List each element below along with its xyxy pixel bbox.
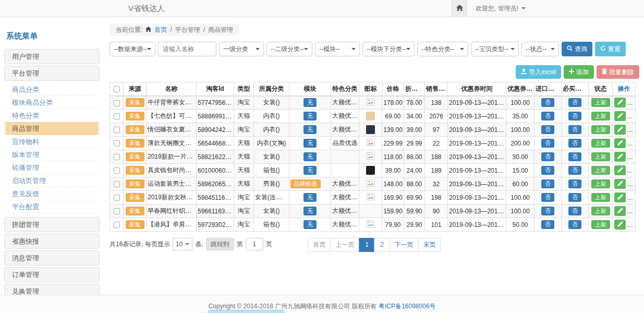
home-button[interactable] — [452, 0, 467, 17]
sidebar-group-16[interactable]: 兑换管理 — [4, 284, 100, 295]
module-select[interactable]: --模块-- — [315, 42, 360, 56]
page-button-2[interactable]: 2 — [374, 238, 390, 252]
must-buy-badge[interactable]: 否 — [568, 125, 581, 134]
status-badge[interactable]: 上架 — [591, 139, 610, 148]
status-badge[interactable]: 上架 — [591, 112, 610, 121]
import-select-badge[interactable]: 否 — [541, 179, 554, 188]
edit-button[interactable] — [614, 111, 626, 121]
import-select-badge[interactable]: 否 — [541, 125, 554, 134]
name-search-input[interactable] — [158, 42, 216, 56]
row-checkbox[interactable] — [114, 154, 120, 160]
must-buy-badge[interactable]: 否 — [568, 193, 581, 202]
page-button-1[interactable]: 1 — [359, 238, 375, 252]
import-select-badge[interactable]: 否 — [541, 98, 554, 107]
add-button[interactable]: 添加 — [564, 65, 594, 79]
import-select-badge[interactable]: 否 — [541, 166, 554, 175]
status-badge[interactable]: 上架 — [591, 220, 610, 229]
edit-button[interactable] — [614, 138, 626, 148]
sidebar-group-12[interactable]: 拼团管理 — [4, 217, 100, 232]
jump-button[interactable]: 跳转到 — [206, 238, 234, 250]
sidebar-group-13[interactable]: 省惠快报 — [4, 234, 100, 249]
sidebar-group-15[interactable]: 订单管理 — [4, 267, 100, 282]
edit-button[interactable] — [614, 206, 626, 216]
must-buy-badge[interactable]: 否 — [568, 98, 581, 107]
select-all-checkbox[interactable] — [114, 86, 120, 92]
edit-button[interactable] — [614, 98, 626, 107]
col-header-10: 折后价 — [404, 82, 425, 96]
breadcrumb-home-link[interactable]: 首页 — [154, 26, 167, 34]
sidebar-item-5[interactable]: 商品管理 — [5, 122, 99, 135]
must-buy-badge[interactable]: 否 — [568, 139, 581, 148]
import-excel-button[interactable]: 导入excel — [516, 65, 561, 79]
sidebar-group-0[interactable]: 用户管理 — [4, 49, 100, 64]
sidebar-item-2[interactable]: 商品分类 — [5, 83, 99, 96]
table-row: 采集【七色纺】可爱纯棉家...588869917501天猫内衣()无大额优惠券6… — [110, 110, 636, 123]
import-select-badge[interactable]: 否 — [541, 220, 554, 229]
status-badge[interactable]: 上架 — [591, 193, 610, 202]
jump-page-input[interactable] — [246, 238, 263, 250]
page-button-下一页[interactable]: 下一页 — [390, 238, 419, 252]
edit-button[interactable] — [614, 179, 626, 189]
import-select-badge[interactable]: 否 — [541, 152, 554, 161]
level2-category-select[interactable]: --二级分类-- — [266, 42, 312, 56]
must-buy-badge[interactable]: 否 — [568, 220, 581, 229]
must-buy-badge[interactable]: 否 — [568, 152, 581, 161]
breadcrumb-prefix: 当前位置: — [116, 26, 142, 34]
row-checkbox[interactable] — [114, 167, 120, 174]
icp-link[interactable]: 粤ICP备16098006号 — [379, 303, 435, 310]
row-checkbox[interactable] — [114, 140, 120, 147]
edit-button[interactable] — [614, 125, 626, 135]
sidebar-item-7[interactable]: 版本管理 — [5, 148, 99, 161]
status-badge[interactable]: 上架 — [591, 152, 610, 161]
import-select-badge[interactable]: 否 — [541, 207, 554, 215]
row-checkbox[interactable] — [114, 181, 120, 187]
cell-must-buy: 否 — [562, 177, 589, 191]
status-badge[interactable]: 上架 — [591, 207, 610, 215]
edit-button[interactable] — [614, 192, 626, 202]
sidebar-item-8[interactable]: 轮播管理 — [5, 161, 99, 174]
import-select-badge[interactable]: 否 — [541, 193, 554, 202]
item-type-select[interactable]: --宝贝类型-- — [471, 42, 519, 56]
must-buy-badge[interactable]: 否 — [568, 207, 581, 215]
status-badge[interactable]: 上架 — [591, 179, 610, 188]
import-select-badge[interactable]: 否 — [541, 112, 554, 121]
must-buy-badge[interactable]: 否 — [568, 166, 581, 175]
sidebar-item-9[interactable]: 启动页管理 — [5, 174, 99, 187]
row-checkbox[interactable] — [114, 127, 120, 133]
edit-button[interactable] — [614, 165, 626, 175]
batch-delete-button[interactable]: 批量删除 — [597, 65, 639, 79]
level1-category-select[interactable]: 一级分类 — [219, 42, 264, 56]
row-checkbox[interactable] — [114, 208, 120, 214]
sidebar-item-3[interactable]: 模块商品分类 — [5, 96, 99, 109]
cell-icon — [359, 137, 382, 150]
page-button-末页[interactable]: 末页 — [418, 238, 441, 252]
row-checkbox[interactable] — [114, 100, 120, 106]
status-badge[interactable]: 上架 — [591, 125, 610, 134]
status-select[interactable]: --状态-- — [521, 42, 559, 56]
sidebar-item-11[interactable]: 平台配置 — [5, 200, 99, 213]
sidebar-item-4[interactable]: 特色分类 — [5, 109, 99, 122]
sidebar-group-1[interactable]: 平台管理 — [4, 66, 100, 81]
row-checkbox[interactable] — [114, 113, 120, 119]
search-button[interactable]: 查询 — [562, 42, 592, 56]
source-select[interactable]: --数据来源-- — [110, 42, 155, 56]
row-checkbox[interactable] — [114, 195, 120, 201]
edit-button[interactable] — [614, 152, 626, 162]
sidebar-item-6[interactable]: 宣传物料 — [5, 135, 99, 148]
special-category-select[interactable]: --特色分类-- — [417, 42, 468, 56]
module-sub-category-select[interactable]: --模块下分类-- — [362, 42, 415, 56]
user-menu[interactable]: 欢迎您, 管理员! — [476, 4, 526, 13]
sidebar-group-14[interactable]: 消息管理 — [4, 250, 100, 266]
import-select-badge[interactable]: 否 — [541, 139, 554, 148]
must-buy-badge[interactable]: 否 — [568, 112, 581, 121]
copyright-text: Copyright © 2014-2018 广州九驰网络科技有限公司 版权所有 — [209, 303, 377, 310]
must-buy-badge[interactable]: 否 — [568, 179, 581, 188]
status-badge[interactable]: 上架 — [591, 166, 610, 175]
row-checkbox[interactable] — [114, 222, 120, 228]
status-badge[interactable]: 上架 — [591, 98, 610, 107]
cell-checkbox — [110, 110, 124, 123]
sidebar-item-10[interactable]: 意见反馈 — [5, 187, 99, 200]
per-page-select[interactable]: 10 — [173, 238, 192, 250]
reset-button[interactable]: 重置 — [595, 42, 626, 56]
edit-button[interactable] — [614, 220, 626, 230]
